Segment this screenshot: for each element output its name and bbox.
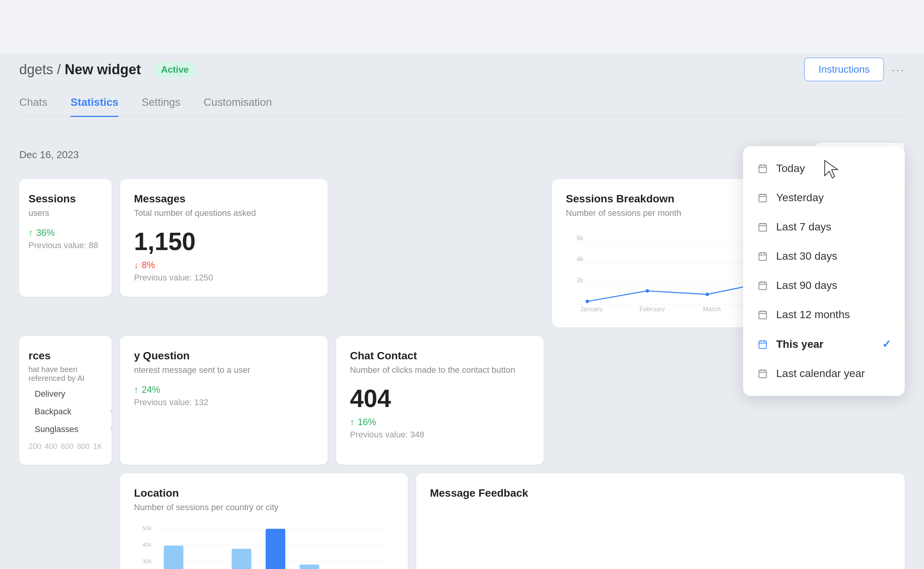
calendar-icon-thisyear	[757, 339, 768, 350]
categories-subtitle: hat have been referenced by AI	[28, 365, 102, 383]
messages-value: 1,150	[134, 227, 314, 256]
top-bar	[0, 0, 924, 54]
chat-contact-change-value: 16%	[358, 417, 376, 427]
dropdown-label-last90: Last 90 days	[776, 279, 837, 292]
bar-pct-backpack: ↑ 16%	[102, 407, 112, 417]
dropdown-item-last7-left: Last 7 days	[757, 221, 831, 233]
categories-title: rces	[28, 350, 102, 362]
svg-text:6k: 6k	[577, 234, 584, 241]
top-question-change: ↑ 24%	[134, 384, 314, 395]
tab-customisation[interactable]: Customisation	[204, 96, 272, 116]
svg-rect-58	[759, 282, 767, 290]
chat-contact-change: ↑ 16%	[350, 417, 530, 427]
chat-contact-subtitle: Number of clicks made to the contact but…	[350, 365, 530, 375]
bar-label-delivery: Delivery	[35, 389, 96, 399]
calendar-icon-today	[757, 163, 768, 174]
dropdown-item-last7[interactable]: Last 7 days	[743, 212, 905, 242]
dropdown-label-last12: Last 12 months	[776, 309, 850, 321]
svg-rect-62	[759, 311, 767, 319]
chat-contact-prev: Previous value: 348	[350, 430, 530, 440]
svg-point-8	[645, 289, 649, 292]
period-dropdown: Today Yesterday	[743, 146, 905, 396]
message-feedback-card: Message Feedback	[416, 473, 905, 569]
svg-point-7	[586, 300, 589, 303]
breadcrumb: dgets / New widget	[19, 62, 141, 78]
bar-label-sunglasses: Sunglasses	[35, 424, 96, 434]
calendar-icon-last30	[757, 250, 768, 262]
sessions-prev: Previous value: 88	[28, 240, 102, 250]
dropdown-label-last30: Last 30 days	[776, 250, 837, 262]
location-subtitle: Number of sessions per country or city	[134, 502, 394, 512]
top-question-change-value: 24%	[142, 384, 160, 395]
dropdown-item-thisyear-left: This year	[757, 338, 824, 350]
more-button[interactable]: ···	[892, 63, 905, 76]
sessions-subtitle: users	[28, 208, 102, 218]
svg-text:50k: 50k	[142, 525, 152, 531]
check-icon-thisyear: ✓	[882, 338, 891, 350]
messages-change: ↓ 8%	[134, 260, 314, 270]
dropdown-label-lastcal: Last calendar year	[776, 367, 865, 380]
header-actions: Instructions ···	[804, 58, 905, 81]
sessions-change: ↑ 36%	[28, 227, 102, 238]
dropdown-item-yesterday[interactable]: Yesterday	[743, 183, 905, 212]
breadcrumb-current: New widget	[65, 62, 141, 78]
top-question-title: y Question	[134, 350, 314, 362]
location-card: Location Number of sessions per country …	[120, 473, 408, 569]
svg-rect-70	[759, 370, 767, 378]
bar-pct-sunglasses: ↑ 48%	[102, 424, 112, 434]
top-question-prev: Previous value: 132	[134, 397, 314, 407]
dropdown-item-yesterday-left: Yesterday	[757, 192, 824, 204]
dropdown-item-last90-left: Last 90 days	[757, 279, 837, 292]
dropdown-item-last90[interactable]: Last 90 days	[743, 271, 905, 300]
svg-rect-46	[759, 194, 767, 202]
dropdown-item-last12[interactable]: Last 12 months	[743, 300, 905, 329]
dropdown-item-lastcal-left: Last calendar year	[757, 367, 865, 380]
page-header: dgets / New widget Active Instructions ·…	[19, 50, 905, 89]
breadcrumb-separator: /	[57, 62, 61, 78]
message-feedback-title: Message Feedback	[430, 487, 891, 499]
dropdown-item-today[interactable]: Today	[743, 154, 905, 183]
tab-nav: Chats Statistics Settings Customisation	[19, 96, 905, 117]
calendar-icon-last7	[757, 221, 768, 233]
arrow-up-icon-cc: ↑	[350, 417, 355, 427]
messages-prev: Previous value: 1250	[134, 273, 314, 283]
arrow-up-icon: ↑	[28, 227, 33, 238]
top-question-card: y Question nterest message sent to a use…	[120, 336, 328, 465]
dropdown-item-lastcal[interactable]: Last calendar year	[743, 359, 905, 388]
dropdown-item-thisyear[interactable]: This year ✓	[743, 329, 905, 359]
active-badge: Active	[153, 62, 196, 77]
svg-rect-33	[266, 529, 285, 569]
svg-rect-30	[164, 546, 183, 569]
tab-statistics[interactable]: Statistics	[70, 96, 119, 116]
breadcrumb-parent: dgets	[19, 62, 53, 78]
dropdown-label-yesterday: Yesterday	[776, 192, 824, 204]
dropdown-label-last7: Last 7 days	[776, 221, 831, 233]
svg-text:40k: 40k	[142, 542, 152, 548]
dropdown-label-today: Today	[776, 162, 805, 175]
app-shell: dgets / New widget Active Instructions ·…	[0, 0, 924, 569]
sessions-title: Sessions	[28, 193, 102, 205]
messages-subtitle: Total number of questions asked	[134, 208, 314, 218]
arrow-up-icon-tq: ↑	[134, 384, 139, 395]
bar-row-backpack: Backpack ↑ 16%	[28, 407, 102, 417]
dropdown-item-last30[interactable]: Last 30 days	[743, 242, 905, 271]
arrow-down-icon: ↓	[134, 260, 139, 270]
sessions-change-value: 36%	[36, 227, 55, 238]
dropdown-item-last12-left: Last 12 months	[757, 309, 850, 321]
tab-settings[interactable]: Settings	[142, 96, 181, 116]
calendar-icon-yesterday	[757, 192, 768, 204]
messages-title: Messages	[134, 193, 314, 205]
instructions-button[interactable]: Instructions	[804, 58, 884, 81]
chat-contact-title: Chat Contact	[350, 350, 530, 362]
calendar-icon-last90	[757, 280, 768, 291]
location-bar-chart: 50k 40k 30k 20k 10k 0	[134, 522, 394, 569]
chat-contact-value: 404	[350, 384, 530, 413]
svg-text:2k: 2k	[577, 277, 584, 284]
sessions-card: Sessions users ↑ 36% Previous value: 88	[19, 179, 112, 297]
svg-text:4k: 4k	[577, 255, 584, 262]
messages-card: Messages Total number of questions asked…	[120, 179, 328, 297]
svg-rect-50	[759, 224, 767, 231]
date-label: Dec 16, 2023	[19, 149, 79, 161]
svg-text:March: March	[703, 305, 721, 312]
tab-chats[interactable]: Chats	[19, 96, 47, 116]
